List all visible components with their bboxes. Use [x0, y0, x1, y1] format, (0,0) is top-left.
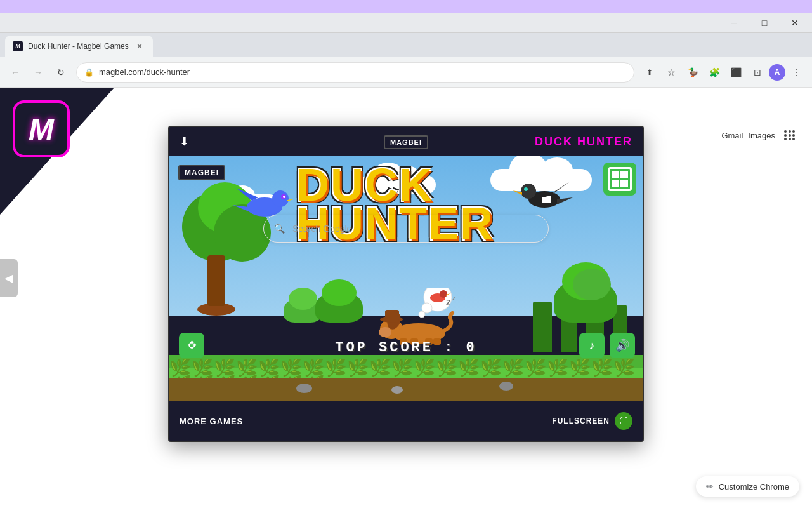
svg-point-16: [379, 327, 391, 337]
score-text: TOP SCORE : 0: [335, 340, 477, 356]
duck-extension-button[interactable]: 🦆: [683, 62, 703, 83]
music-toggle-button[interactable]: ♪: [579, 333, 605, 358]
svg-text:Z: Z: [446, 298, 450, 307]
apps-dot: [784, 138, 787, 140]
os-window: ─ □ ✕ M Duck Hunter - Magbei Games ✕ ← →: [0, 0, 812, 508]
magbei-brand: MAGBEI: [384, 135, 428, 149]
browser-tab[interactable]: M Duck Hunter - Magbei Games ✕: [5, 36, 153, 57]
menu-icon: ⋮: [792, 67, 801, 77]
customize-chrome-button[interactable]: ✏ Customize Chrome: [696, 476, 799, 497]
url-input[interactable]: [99, 67, 626, 77]
search-section: 🔍 Search Google: [263, 215, 549, 243]
forward-button[interactable]: →: [28, 62, 48, 83]
fullscreen-icon[interactable]: ⛶: [615, 412, 632, 430]
apps-dot: [789, 138, 791, 140]
apps-dot: [792, 138, 795, 140]
tab-favicon: M: [13, 41, 23, 51]
magbei-watermark: MAGBEI: [178, 165, 225, 180]
maximize-button[interactable]: □: [750, 13, 779, 33]
customize-chrome-label: Customize Chrome: [719, 482, 789, 491]
apps-dot: [789, 130, 791, 133]
toolbar-right-actions: ⬆ ☆ 🦆 🧩 ⬛ ⊡ A: [639, 62, 807, 83]
apps-dot: [792, 130, 795, 133]
fullscreen-text: FULLSCREEN: [552, 417, 610, 425]
sound-icon: 🔊: [615, 338, 629, 352]
split-icon: ⊡: [754, 67, 761, 77]
title-bar: ─ □ ✕: [0, 13, 812, 33]
close-button[interactable]: ✕: [780, 13, 809, 33]
m-logo: M: [13, 100, 70, 157]
back-icon: ←: [11, 67, 20, 77]
more-games-button[interactable]: MORE GAMES: [180, 417, 243, 426]
game-scene[interactable]: 🌿🌿🌿🌿🌿🌿🌿🌿🌿🌿🌿🌿🌿🌿🌿🌿🌿🌿🌿🌿🌿🌿🌿🌿🌿🌿🌿🌿: [169, 156, 643, 401]
minimize-button[interactable]: ─: [719, 13, 749, 33]
svg-point-3: [283, 196, 285, 198]
split-screen-button[interactable]: ⊡: [747, 62, 768, 83]
gmail-link[interactable]: Gmail: [721, 131, 743, 140]
svg-point-1: [272, 190, 289, 207]
puzzle-icon: 🧩: [709, 67, 720, 77]
move-icon: ✥: [187, 338, 197, 352]
dirt-ground: [169, 378, 643, 401]
back-button[interactable]: ←: [5, 62, 25, 83]
bookmark-icon: ☆: [667, 67, 676, 77]
left-arrow-icon: ◀: [4, 271, 13, 285]
music-icon: ♪: [589, 339, 595, 352]
share-button[interactable]: ⬆: [639, 62, 660, 83]
page-content: M Gmail Images: [0, 88, 812, 508]
svg-point-6: [524, 187, 528, 191]
profile-button[interactable]: A: [769, 64, 785, 81]
apps-dot: [792, 134, 795, 137]
images-link[interactable]: Images: [748, 131, 775, 140]
fullscreen-area: FULLSCREEN ⛶: [552, 412, 632, 430]
extensions-button[interactable]: ⬛: [726, 62, 746, 83]
bush-right: [554, 278, 617, 323]
address-bar[interactable]: 🔒: [76, 62, 634, 83]
svg-point-11: [440, 290, 447, 298]
search-placeholder-text: Search Google: [292, 224, 351, 234]
move-button[interactable]: ✥: [179, 333, 204, 358]
sound-toggle-button[interactable]: 🔊: [610, 333, 635, 358]
tab-close-button[interactable]: ✕: [134, 41, 145, 52]
svg-point-5: [521, 184, 536, 199]
nav-links-area: Gmail Images: [721, 126, 799, 145]
refresh-icon: ↻: [57, 67, 65, 77]
magbei-logo: ⬇: [180, 135, 189, 149]
svg-point-9: [419, 311, 425, 318]
score-display: TOP SCORE : 0: [335, 340, 477, 356]
profile-initial: A: [775, 68, 780, 77]
menu-button[interactable]: ⋮: [787, 62, 807, 83]
apps-button[interactable]: [780, 126, 799, 145]
game-popup-window: ⬇ MAGBEI DUCK HUNTER: [168, 126, 644, 442]
google-search-box[interactable]: 🔍 Search Google: [263, 215, 549, 243]
browser-toolbar: ← → ↻ 🔒 ⬆ ☆ 🦆: [0, 57, 812, 88]
greenbox-extension-icon[interactable]: [603, 163, 636, 196]
tab-title: Duck Hunter - Magbei Games: [28, 42, 129, 51]
cloud-1: [360, 175, 436, 194]
sleeping-dog: Z Z: [377, 288, 466, 347]
gc-4: [620, 180, 628, 187]
bookmark-button[interactable]: ☆: [661, 62, 681, 83]
game-title: DUCK HUNTER: [535, 135, 632, 149]
apps-dot: [784, 134, 787, 137]
forward-icon: →: [34, 67, 43, 77]
purple-top-bar: [0, 0, 812, 13]
download-icon: ⬇: [180, 135, 189, 149]
browser-window: M Duck Hunter - Magbei Games ✕ ← → ↻ 🔒: [0, 33, 812, 508]
gc-1: [612, 171, 619, 178]
left-arrow-button[interactable]: ◀: [0, 259, 18, 297]
fullscreen-expand-icon: ⛶: [620, 417, 627, 425]
rock-2: [391, 386, 403, 394]
magbei-header-logo: MAGBEI: [384, 136, 428, 147]
greenbox-icon-inner: [608, 167, 632, 191]
apps-dot: [789, 134, 791, 137]
rock-1: [296, 384, 312, 393]
tab-bar: M Duck Hunter - Magbei Games ✕: [0, 33, 812, 57]
bush-left-2: [315, 291, 363, 323]
lock-icon: 🔒: [84, 68, 94, 77]
big-tree: [195, 255, 235, 316]
apps-grid-icon: [784, 130, 796, 140]
apps-dot: [784, 130, 787, 133]
puzzle-extension-button[interactable]: 🧩: [704, 62, 724, 83]
refresh-button[interactable]: ↻: [51, 62, 71, 83]
